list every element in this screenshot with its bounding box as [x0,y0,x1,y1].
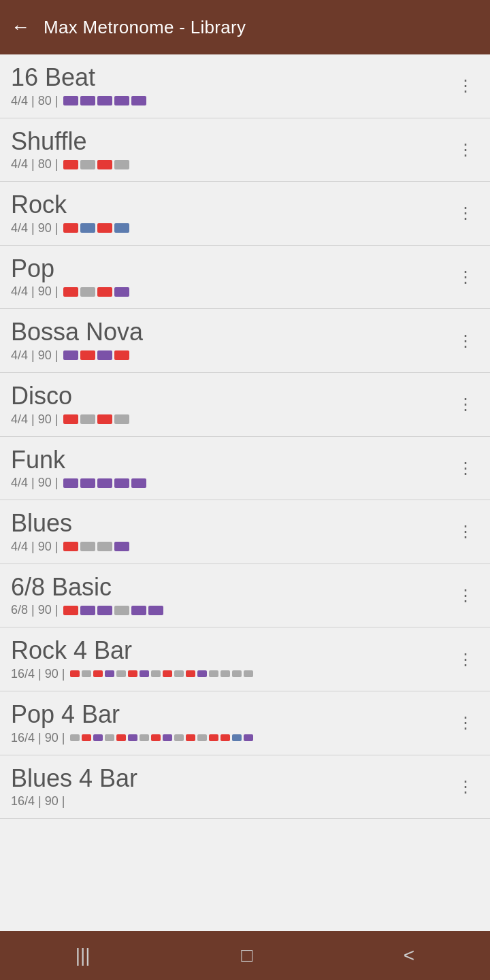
list-item[interactable]: Pop 4 Bar16/4 | 90 |⋮ [0,691,490,755]
item-content: Pop4/4 | 90 | [11,255,452,299]
beat-block [63,350,78,360]
item-content: 6/8 Basic6/8 | 90 | [11,574,452,618]
menu-icon[interactable]: ||| [76,945,91,966]
beat-block [131,478,146,488]
beat-blocks [63,160,129,169]
item-meta: 4/4 | 90 | [11,348,452,363]
more-options-button[interactable]: ⋮ [452,644,479,674]
beat-block [114,478,129,488]
beat-block [63,606,78,615]
beat-block [174,734,184,741]
more-options-button[interactable]: ⋮ [452,71,479,101]
more-options-button[interactable]: ⋮ [452,389,479,419]
more-options-button[interactable]: ⋮ [452,708,479,738]
more-options-button[interactable]: ⋮ [452,262,479,292]
beat-block [140,734,149,741]
list-item[interactable]: Funk4/4 | 90 |⋮ [0,437,490,501]
beat-block [197,734,207,741]
beat-blocks [63,287,129,297]
beat-block [80,542,95,551]
list-item[interactable]: Rock4/4 | 90 |⋮ [0,182,490,246]
beat-block [131,606,146,615]
more-options-button[interactable]: ⋮ [452,517,479,546]
beat-block [97,350,112,360]
item-content: Blues4/4 | 90 | [11,510,452,554]
more-options-button[interactable]: ⋮ [452,135,479,165]
item-title: Rock 4 Bar [11,637,452,664]
item-content: Shuffle4/4 | 80 | [11,128,452,172]
library-list: 16 Beat4/4 | 80 |⋮Shuffle4/4 | 80 |⋮Rock… [0,54,490,931]
beat-block [80,287,95,297]
beat-block [220,734,230,741]
home-icon[interactable]: □ [241,945,252,966]
beat-block [114,223,129,233]
list-item[interactable]: 16 Beat4/4 | 80 |⋮ [0,54,490,118]
beat-block [163,670,172,677]
item-title: Blues 4 Bar [11,765,452,792]
more-options-button[interactable]: ⋮ [452,326,479,356]
beat-block [114,287,129,297]
beat-block [105,670,114,677]
item-meta: 6/8 | 90 | [11,603,452,617]
beat-block [63,160,78,169]
list-item[interactable]: Blues4/4 | 90 |⋮ [0,500,490,564]
beat-block [114,542,129,551]
item-meta: 16/4 | 90 | [11,794,452,808]
beat-blocks [63,606,163,615]
item-title: Disco [11,382,452,410]
beat-block [186,734,195,741]
bottom-nav: ||| □ < [0,931,490,980]
list-item[interactable]: Bossa Nova4/4 | 90 |⋮ [0,309,490,373]
beat-blocks [63,542,129,551]
beat-block [116,670,126,677]
beat-block [151,670,161,677]
item-title: 16 Beat [11,64,452,91]
more-options-button[interactable]: ⋮ [452,772,479,802]
beat-block [114,96,129,105]
item-meta-text: 16/4 | 90 | [11,667,65,681]
beat-block [80,160,95,169]
more-options-button[interactable]: ⋮ [452,453,479,483]
list-item[interactable]: Shuffle4/4 | 80 |⋮ [0,118,490,182]
beat-blocks [63,96,146,105]
item-content: Blues 4 Bar16/4 | 90 | [11,765,452,809]
item-meta-text: 4/4 | 90 | [11,540,58,554]
item-content: Rock4/4 | 90 | [11,191,452,235]
list-item[interactable]: Pop4/4 | 90 |⋮ [0,246,490,310]
beat-block [131,96,146,105]
more-options-button[interactable]: ⋮ [452,581,479,610]
beat-block [97,223,112,233]
beat-block [114,160,129,169]
beat-block [63,414,78,424]
item-meta-text: 16/4 | 90 | [11,794,65,808]
item-content: Rock 4 Bar16/4 | 90 | [11,637,452,681]
beat-block [148,606,163,615]
beat-block [232,734,242,741]
item-content: 16 Beat4/4 | 80 | [11,64,452,108]
back-button[interactable]: ← [11,16,30,38]
beat-block [186,670,195,677]
item-meta: 4/4 | 90 | [11,412,452,427]
list-item[interactable]: Blues 4 Bar16/4 | 90 |⋮ [0,755,490,819]
beat-block [63,96,78,105]
item-title: Shuffle [11,128,452,155]
back-nav-icon[interactable]: < [404,945,414,966]
item-meta: 4/4 | 90 | [11,476,452,490]
item-title: Rock [11,191,452,218]
beat-blocks [63,350,129,360]
beat-block [80,606,95,615]
list-item[interactable]: 6/8 Basic6/8 | 90 |⋮ [0,564,490,628]
more-options-button[interactable]: ⋮ [452,198,479,228]
beat-block [70,734,80,741]
list-item[interactable]: Disco4/4 | 90 |⋮ [0,373,490,437]
beat-block [151,734,161,741]
beat-block [63,287,78,297]
item-content: Bossa Nova4/4 | 90 | [11,318,452,363]
beat-block [80,478,95,488]
item-meta-text: 16/4 | 90 | [11,731,65,745]
list-item[interactable]: Rock 4 Bar16/4 | 90 |⋮ [0,627,490,691]
beat-block [93,670,103,677]
beat-block [197,670,207,677]
item-meta: 4/4 | 80 | [11,94,452,108]
beat-block [97,96,112,105]
